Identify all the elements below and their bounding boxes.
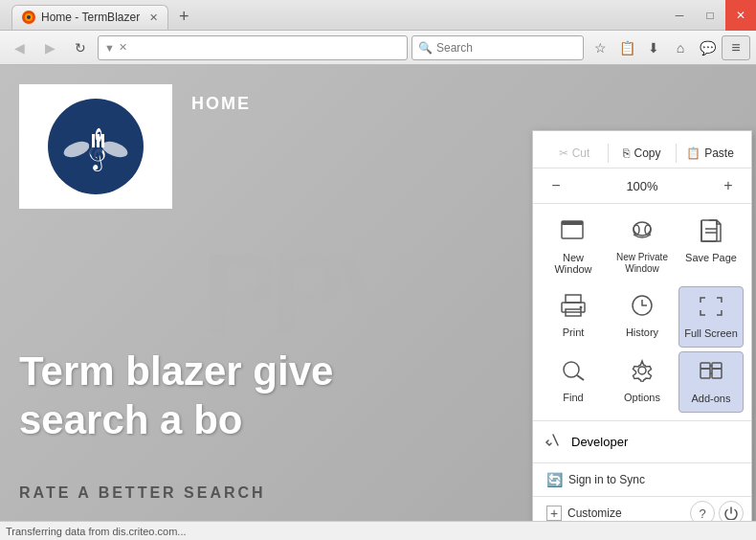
copy-label: Copy xyxy=(634,146,660,160)
title-bar: Home - TermBlazer ✕ + ─ □ ✕ xyxy=(0,0,756,31)
sign-in-icon: 🔄 xyxy=(546,472,563,487)
svg-rect-29 xyxy=(700,363,710,369)
refresh-button[interactable]: ↻ xyxy=(67,34,94,61)
address-dropdown-icon[interactable]: ▼ xyxy=(104,42,115,54)
zoom-row: − 100% + xyxy=(533,169,751,204)
svg-rect-16 xyxy=(701,220,717,241)
svg-point-24 xyxy=(564,362,579,377)
customize-label: Customize xyxy=(567,506,622,520)
bottom-row: + Customize ? xyxy=(533,497,751,521)
save-page-icon xyxy=(698,219,724,248)
developer-label: Developer xyxy=(571,435,628,449)
full-screen-label: Full Screen xyxy=(684,327,738,339)
print-icon xyxy=(560,294,587,323)
search-icon: 🔍 xyxy=(418,41,433,55)
svg-line-25 xyxy=(577,375,584,380)
logo-area: 𝄞 xyxy=(19,84,172,209)
clipboard-row: ✂ Cut ⎘ Copy 📋 Paste xyxy=(533,139,751,169)
address-bar[interactable]: ▼ ✕ xyxy=(98,35,408,60)
sign-in-label: Sign in to Sync xyxy=(568,473,645,486)
zoom-plus-button[interactable]: + xyxy=(717,174,740,197)
toolbar-icons: ☆ 📋 ⬇ ⌂ 💬 ≡ xyxy=(588,35,750,60)
dropdown-menu: ✂ Cut ⎘ Copy 📋 Paste − 100% + xyxy=(532,130,752,521)
power-button[interactable] xyxy=(719,501,744,521)
menu-icon-grid: New Window New PrivateWindow xyxy=(533,204,751,421)
tab-close-button[interactable]: ✕ xyxy=(149,11,158,24)
page-heading: HOME xyxy=(191,94,251,114)
home-icon[interactable]: ⌂ xyxy=(668,35,693,60)
bookmarks-icon[interactable]: 📋 xyxy=(614,35,639,60)
zoom-minus-button[interactable]: − xyxy=(545,174,567,197)
svg-rect-27 xyxy=(700,369,710,378)
cut-button[interactable]: ✂ Cut xyxy=(541,143,608,164)
new-tab-button[interactable]: + xyxy=(170,5,197,30)
copy-icon: ⎘ xyxy=(623,146,630,160)
tab-bar: Home - TermBlazer ✕ + xyxy=(8,5,201,30)
new-window-item[interactable]: New Window xyxy=(541,212,606,282)
svg-rect-10 xyxy=(101,134,104,147)
search-bar[interactable]: 🔍 xyxy=(411,35,584,60)
cut-icon: ✂ xyxy=(559,146,568,160)
page-tagline: Term blazer give search a bo xyxy=(19,348,333,444)
history-item[interactable]: History xyxy=(610,286,675,348)
paste-button[interactable]: 📋 Paste xyxy=(677,143,744,164)
logo-circle: 𝄞 xyxy=(48,99,144,194)
svg-point-2 xyxy=(27,15,31,19)
bottom-text: RATE A BETTER SEARCH xyxy=(19,484,266,502)
svg-rect-28 xyxy=(712,369,722,378)
save-page-label: Save Page xyxy=(685,252,737,263)
close-button[interactable]: ✕ xyxy=(725,0,756,31)
download-icon[interactable]: ⬇ xyxy=(641,35,666,60)
tagline-line1: Term blazer give xyxy=(19,348,333,395)
sign-in-item[interactable]: 🔄 Sign in to Sync xyxy=(541,467,744,492)
new-window-label: New Window xyxy=(545,252,602,275)
options-icon xyxy=(629,359,656,388)
copy-button[interactable]: ⎘ Copy xyxy=(609,143,676,164)
search-input[interactable] xyxy=(436,41,580,55)
developer-item[interactable]: Developer xyxy=(541,425,744,459)
active-tab[interactable]: Home - TermBlazer ✕ xyxy=(11,5,168,30)
svg-rect-9 xyxy=(97,134,100,147)
svg-point-13 xyxy=(634,222,651,236)
new-private-window-item[interactable]: New PrivateWindow xyxy=(610,212,675,282)
svg-point-26 xyxy=(638,367,646,374)
svg-rect-8 xyxy=(92,134,95,147)
full-screen-item[interactable]: Full Screen xyxy=(678,286,744,348)
zoom-value: 100% xyxy=(575,179,709,193)
help-button[interactable]: ? xyxy=(690,501,715,521)
add-ons-item[interactable]: Add-ons xyxy=(678,351,744,413)
history-icon xyxy=(629,294,656,323)
watermark: PPV xyxy=(202,227,403,359)
options-item[interactable]: Options xyxy=(610,351,675,413)
paste-icon: 📋 xyxy=(686,146,700,160)
bottom-icon-group: ? xyxy=(690,501,744,521)
save-page-item[interactable]: Save Page xyxy=(678,212,744,282)
customize-icon: + xyxy=(546,506,562,521)
tab-favicon xyxy=(22,11,35,24)
svg-rect-12 xyxy=(562,221,583,225)
find-item[interactable]: Find xyxy=(541,351,606,413)
svg-rect-30 xyxy=(712,363,722,369)
status-text: Transferring data from dis.criteo.com... xyxy=(6,526,187,537)
add-ons-icon xyxy=(698,360,724,389)
cut-label: Cut xyxy=(572,146,590,160)
forward-button[interactable]: ▶ xyxy=(36,34,63,61)
svg-rect-7 xyxy=(89,140,102,157)
back-button[interactable]: ◀ xyxy=(6,34,33,61)
minimize-button[interactable]: ─ xyxy=(664,0,695,31)
maximize-button[interactable]: □ xyxy=(695,0,725,31)
main-menu-button[interactable]: ≡ xyxy=(722,35,750,60)
bookmark-star-icon[interactable]: ☆ xyxy=(588,35,612,60)
address-clear-icon[interactable]: ✕ xyxy=(119,41,127,54)
full-screen-icon xyxy=(698,295,724,324)
options-label: Options xyxy=(624,392,660,403)
sign-in-section: 🔄 Sign in to Sync xyxy=(533,463,751,497)
developer-icon xyxy=(545,431,564,453)
chat-icon[interactable]: 💬 xyxy=(695,35,720,60)
tagline-line2: search a bo xyxy=(19,396,333,444)
customize-item[interactable]: + Customize xyxy=(541,501,686,521)
new-window-icon xyxy=(560,219,587,248)
find-label: Find xyxy=(563,392,583,403)
print-item[interactable]: Print xyxy=(541,286,606,348)
history-label: History xyxy=(626,326,658,338)
